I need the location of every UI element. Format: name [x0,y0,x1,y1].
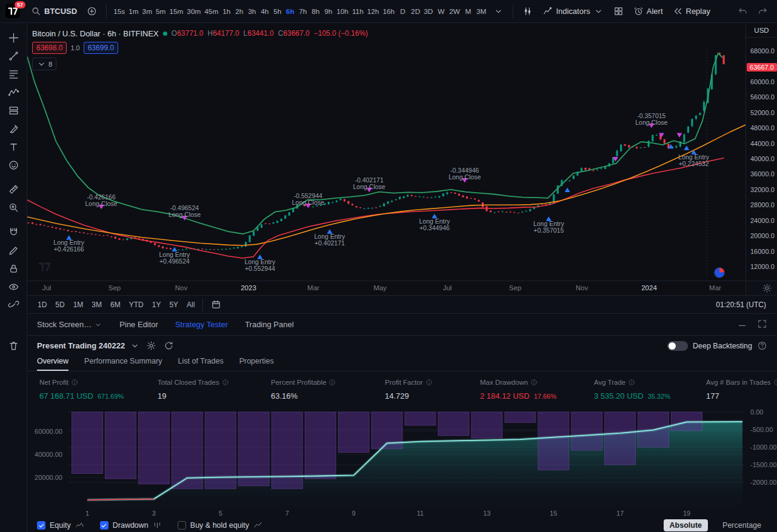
chart-pane[interactable]: -0.426166Long CloseLong Entry+0.426166-0… [27,23,745,281]
range-ytd[interactable]: YTD [125,299,148,311]
checkbox-equity[interactable]: Equity [37,521,84,530]
minimize-panel-button[interactable] [737,319,747,331]
notification-badge[interactable]: 57 [15,1,25,9]
range-3m[interactable]: 3M [87,299,106,311]
timeframe-15m[interactable]: 15m [167,5,185,18]
collapsed-indicators-button[interactable]: 8 [32,58,56,70]
timeframe-4h[interactable]: 4h [258,5,271,18]
time-axis[interactable]: JulSepNov2023MarMayJulSepNov2024Mar [27,281,745,295]
checkbox-buy-hold-equity[interactable]: Buy & hold equity [178,521,262,530]
timeframe-7h[interactable]: 7h [296,5,309,18]
timeframe-5m[interactable]: 5m [154,5,167,18]
mode-percentage[interactable]: Percentage [716,519,767,531]
range-5d[interactable]: 5D [51,299,68,311]
compare-add-button[interactable] [82,4,101,19]
tester-tab-list-of-trades[interactable]: List of Trades [178,356,224,371]
undo-button[interactable] [733,4,752,19]
timeframe-W[interactable]: W [435,5,447,18]
tool-trendline[interactable] [3,47,24,65]
timeframe-5h[interactable]: 5h [271,5,284,18]
tool-magnet[interactable] [3,223,24,241]
tool-position-tool[interactable] [3,101,24,119]
range-all[interactable]: All [182,299,199,311]
tradingview-logo[interactable]: 57 [5,3,22,20]
tester-tab-properties[interactable]: Properties [239,356,274,371]
strategy-settings-button[interactable] [145,339,158,352]
tool-trash[interactable] [3,336,24,354]
range-5y[interactable]: 5Y [165,299,182,311]
tester-tab-overview[interactable]: Overview [37,356,68,371]
buy-price-button[interactable]: 63699.0 [84,42,118,54]
go-to-date-button[interactable] [207,297,225,312]
equity-chart[interactable]: 60000.0040000.0020000.000.00-500.00-1000… [27,407,777,518]
layout-grid-button[interactable] [609,4,628,19]
range-1d[interactable]: 1D [33,299,51,311]
tab-pine-editor[interactable]: Pine Editor [119,320,158,329]
info-icon[interactable] [222,379,229,386]
timeframe-M[interactable]: M [462,5,475,18]
info-icon[interactable] [773,379,777,386]
tool-emoji[interactable] [3,156,24,174]
chart-style-button[interactable] [518,4,537,19]
tool-link-drawings[interactable] [3,296,24,314]
mode-absolute[interactable]: Absolute [664,519,708,531]
tool-ruler[interactable] [3,180,24,198]
tool-pencil[interactable] [3,241,24,259]
currency-label[interactable]: USD [746,23,777,38]
alert-button[interactable]: Alert [629,4,667,19]
timeframe-8h[interactable]: 8h [309,5,322,18]
tool-text-tool[interactable] [3,138,24,156]
timeframe-30m[interactable]: 30m [185,5,202,18]
tab-trading-panel[interactable]: Trading Panel [245,320,293,329]
timeframe-2h[interactable]: 2h [233,5,245,18]
symbol-search-button[interactable]: BTCUSD [27,4,81,19]
timeframe-10h[interactable]: 10h [335,5,350,18]
strategy-name[interactable]: Present Trading 240222 [37,341,125,350]
checkbox-drawdown[interactable]: Drawdown [100,521,162,530]
timeframe-3m[interactable]: 3m [141,5,154,18]
info-icon[interactable] [628,379,635,386]
range-1y[interactable]: 1Y [148,299,165,311]
tool-pattern[interactable] [3,83,24,101]
info-icon[interactable] [328,379,336,386]
tester-tab-performance-summary[interactable]: Performance Summary [84,356,162,371]
timeframe-45m[interactable]: 45m [202,5,220,18]
tool-lock[interactable] [3,259,24,278]
indicators-button[interactable]: Indicators [538,4,607,19]
redo-button[interactable] [753,4,772,19]
chevron-down-icon[interactable] [130,341,140,351]
help-icon[interactable] [757,341,767,351]
scale-settings-button[interactable] [745,281,777,295]
tool-zoom-in[interactable] [3,198,24,216]
timeframe-D[interactable]: D [396,5,409,18]
timeframe-11h[interactable]: 11h [350,5,365,18]
tab-strategy-tester[interactable]: Strategy Tester [175,320,228,329]
timeframe-menu-button[interactable] [489,4,508,19]
timeframe-12h[interactable]: 12h [365,5,381,18]
tool-crosshair[interactable] [3,28,24,47]
timeframe-2D[interactable]: 2D [409,5,422,18]
regenerate-report-button[interactable] [162,339,175,352]
deep-backtesting-toggle[interactable] [667,341,688,351]
range-1m[interactable]: 1M [69,299,88,311]
timeframe-3D[interactable]: 3D [422,5,435,18]
tab-stock-screen[interactable]: Stock Screen… [37,320,102,329]
range-6m[interactable]: 6M [106,299,125,311]
timeframe-9h[interactable]: 9h [322,5,335,18]
info-icon[interactable] [425,379,433,386]
info-icon[interactable] [530,379,538,386]
timeframe-3h[interactable]: 3h [245,5,258,18]
market-status-dot[interactable] [163,32,167,36]
sell-price-button[interactable]: 63698.0 [32,42,67,54]
timeframe-1m[interactable]: 1m [127,5,140,18]
replay-button[interactable]: Replay [669,4,715,19]
tool-brush[interactable] [3,119,24,138]
maximize-panel-button[interactable] [757,319,767,331]
clock[interactable]: 01:20:51 (UTC) [716,301,771,309]
timeframe-15s[interactable]: 15s [112,5,127,18]
price-axis[interactable]: USD 63667.0 68000.064000.060000.056000.0… [745,23,777,281]
timeframe-16h[interactable]: 16h [381,5,396,18]
symbol-title[interactable]: Bitcoin / U.S. Dollar · 6h · BITFINEX [32,29,159,38]
timeframe-6h[interactable]: 6h [284,5,296,18]
tool-hide-drawings[interactable] [3,278,24,296]
